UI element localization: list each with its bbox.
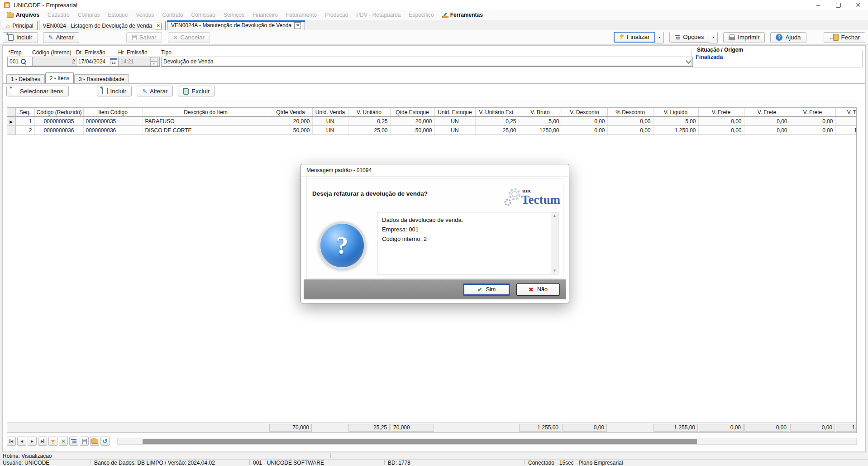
time-spinner[interactable]: ▲ ▼	[150, 57, 157, 66]
imprimir-button[interactable]: Imprimir	[723, 32, 765, 43]
nav-first-button[interactable]: ◀	[7, 437, 16, 446]
nav-prev-button[interactable]: ◀	[17, 437, 26, 446]
home-icon: ⌂	[6, 23, 10, 29]
dt-emissao-field[interactable]: 17/04/2024 15	[76, 57, 119, 67]
spinner-down-icon[interactable]: ▼	[150, 62, 157, 66]
table-row[interactable]: 2 0000000036 0000000036 DISCO DE CORTE 5…	[7, 126, 856, 135]
horizontal-scrollbar[interactable]	[117, 438, 857, 445]
tab-close-icon[interactable]: ✕	[294, 22, 301, 29]
alterar-button[interactable]: ✎ Alterar	[43, 32, 79, 43]
menu-compras[interactable]: Compras	[74, 10, 104, 20]
situacao-value: Finalizada	[696, 54, 723, 60]
incluir-button[interactable]: + Incluir	[3, 32, 38, 43]
col-v-liquido[interactable]: V. Liquido	[653, 108, 698, 117]
tab-ven0024-listagem[interactable]: VEN0024 - Listagem de Devolução de Venda…	[39, 21, 166, 30]
menu-financeiro[interactable]: Financeiro	[248, 10, 282, 20]
open-layout-button[interactable]	[90, 437, 99, 446]
menu-estoque[interactable]: Estoque	[104, 10, 132, 20]
col-v-frete-2[interactable]: V. Frete	[744, 108, 790, 117]
nav-last-button[interactable]: ▶	[38, 437, 47, 446]
selecionar-itens-button[interactable]: + Selecionar Itens	[6, 86, 69, 96]
tab-itens[interactable]: 2 - Itens	[45, 72, 74, 83]
col-v-frete-1[interactable]: V. Frete	[698, 108, 744, 117]
menu-comissao[interactable]: Comissão	[187, 10, 219, 20]
menu-contrato[interactable]: Contrato	[158, 10, 187, 20]
gear-icon	[502, 186, 524, 207]
clear-filter-button[interactable]: ✕	[59, 437, 68, 446]
menu-vendas[interactable]: Vendas	[132, 10, 158, 20]
tab-principal[interactable]: ⌂ Principal	[2, 21, 38, 30]
col-v-total[interactable]: V. Total	[835, 108, 856, 117]
menu-pdv-retaguarda[interactable]: PDV - Retaguarda	[352, 10, 405, 20]
menu-ferramentas[interactable]: Ferramentas	[438, 10, 487, 20]
menu-especifico[interactable]: Específico	[405, 10, 438, 20]
emp-field[interactable]: 001	[7, 57, 34, 67]
nao-button[interactable]: ✖ Não	[516, 283, 560, 296]
total-v-bruto: 1.255,00	[519, 424, 561, 432]
finalizar-split-button: Finalizar ▼	[614, 32, 664, 43]
scroll-down-icon[interactable]: ▼	[551, 269, 558, 273]
spinner-up-icon[interactable]: ▲	[150, 57, 157, 62]
dialog-footer: ✔ Sim ✖ Não	[304, 279, 566, 299]
next-icon: ▶	[31, 439, 33, 443]
tab-close-icon[interactable]: ✕	[155, 23, 162, 29]
col-unid-estoque[interactable]: Unid. Estoque	[434, 108, 475, 117]
menu-servicos[interactable]: Serviços	[219, 10, 248, 20]
tab-rastreabilidade[interactable]: 3 - Rastreabilidade	[74, 74, 129, 83]
restore-button[interactable]	[828, 0, 848, 10]
scrollbar-thumb[interactable]	[143, 439, 697, 444]
sim-button[interactable]: ✔ Sim	[463, 283, 510, 296]
save-layout-button[interactable]	[80, 437, 89, 446]
table-row[interactable]: ▶ 1 0000000035 0000000035 PARAFUSO 20,00…	[7, 117, 856, 126]
col-pct-desconto[interactable]: % Desconto	[607, 108, 653, 117]
grid-totals-row: 70,000 25,25 70,000 1.255,00 0,00 1.255,…	[7, 423, 856, 432]
col-v-unitario-est[interactable]: V. Unitário Est.	[475, 108, 519, 117]
fechar-button[interactable]: ← Fechar	[824, 32, 865, 43]
nav-next-button[interactable]: ▶	[28, 437, 37, 446]
scroll-up-icon[interactable]: ▲	[551, 214, 558, 218]
menu-faturamento[interactable]: Faturamento	[282, 10, 321, 20]
salvar-button[interactable]: Salvar	[126, 32, 162, 43]
finalizar-dropdown-arrow[interactable]: ▼	[655, 32, 664, 43]
columns-button[interactable]	[69, 437, 78, 446]
save-icon	[82, 439, 87, 444]
filter-button[interactable]	[48, 437, 57, 446]
menu-cadastro[interactable]: Cadastro	[43, 10, 74, 20]
item-alterar-button[interactable]: ✎ Alterar	[137, 86, 173, 96]
col-qtde-venda[interactable]: Qtde Venda	[269, 108, 312, 117]
opcoes-dropdown-arrow[interactable]: ▼	[709, 32, 718, 43]
col-descricao[interactable]: Descrição do Item	[143, 108, 269, 117]
col-codigo-reduzido[interactable]: Código (Reduzido)	[34, 108, 83, 117]
tab-detalhes[interactable]: 1 - Detalhes	[6, 74, 45, 83]
menu-producao[interactable]: Produção	[321, 10, 352, 20]
finalizar-button[interactable]: Finalizar	[614, 32, 655, 43]
menu-arquivos[interactable]: Arquivos	[3, 10, 43, 20]
search-icon[interactable]	[20, 58, 26, 64]
refresh-button[interactable]: ↺	[100, 437, 110, 446]
status-banco-dados: Banco de Dados: DB LIMPO / Versão: 2024.…	[94, 460, 215, 466]
ajuda-button[interactable]: ? Ajuda	[770, 32, 806, 43]
col-unid-venda[interactable]: Unid. Venda	[312, 108, 348, 117]
dialog-message-box[interactable]: Dados da devolução de venda: Empresa: 00…	[377, 212, 558, 274]
close-button[interactable]: ✕	[848, 0, 868, 10]
minimize-button[interactable]: –	[808, 0, 828, 10]
col-seq[interactable]: Seq.	[15, 108, 34, 117]
item-excluir-button[interactable]: Excluir	[178, 86, 215, 96]
item-incluir-button[interactable]: + Incluir	[97, 86, 132, 96]
window-controls: – ✕	[808, 0, 868, 10]
col-qtde-estoque[interactable]: Qtde Estoque	[390, 108, 434, 117]
col-v-unitario[interactable]: V. Unitário	[348, 108, 390, 117]
dialog-title-bar[interactable]: Mensagem padrão - 01094	[301, 164, 569, 177]
col-item-codigo[interactable]: Item Código	[83, 108, 143, 117]
cancelar-button[interactable]: ✕ Cancelar	[168, 32, 210, 43]
calendar-icon[interactable]: 15	[110, 58, 117, 65]
opcoes-button[interactable]: Opções	[669, 32, 709, 43]
message-scrollbar[interactable]: ▲ ▼	[551, 212, 558, 274]
message-dialog: Mensagem padrão - 01094 Deseja refaturar…	[300, 164, 569, 303]
col-v-bruto[interactable]: V. Bruto	[519, 108, 562, 117]
col-v-frete-3[interactable]: V. Frete	[790, 108, 835, 117]
col-v-desconto[interactable]: V. Desconto	[562, 108, 607, 117]
tools-icon	[442, 12, 448, 18]
tipo-combobox[interactable]: Devolução de Venda	[161, 57, 693, 67]
tab-ven0024a-manutencao[interactable]: VEN0024A - Manutenção de Devolução de Ve…	[167, 20, 305, 30]
